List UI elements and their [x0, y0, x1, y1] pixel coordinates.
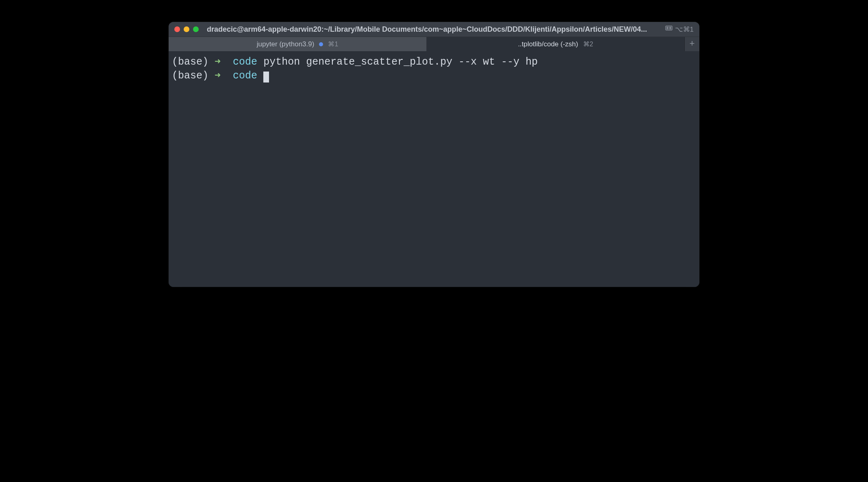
prompt-arrow-icon: ➜: [215, 70, 221, 82]
tab-shortcut: ⌘2: [583, 40, 593, 48]
prompt-arrow-icon: ➜: [215, 56, 221, 68]
titlebar-right: ⌥⌘1: [665, 25, 694, 34]
prompt-env: (base): [172, 56, 208, 68]
tab-jupyter[interactable]: jupyter (python3.9) ⌘1: [169, 37, 427, 51]
tab-code-zsh[interactable]: ..tplotlib/code (-zsh) ⌘2: [427, 37, 685, 51]
terminal-body[interactable]: (base) ➜ code python generate_scatter_pl…: [169, 51, 699, 287]
window-title: dradecic@arm64-apple-darwin20:~/Library/…: [207, 25, 661, 34]
tab-activity-indicator-icon: [319, 42, 323, 46]
plus-icon: +: [689, 39, 694, 49]
traffic-lights: [174, 26, 199, 32]
prompt-env: (base): [172, 70, 208, 82]
cursor: [263, 72, 269, 83]
terminal-line: (base) ➜ code: [172, 69, 696, 83]
svg-rect-0: [666, 26, 672, 30]
broadcast-input-icon[interactable]: [665, 26, 673, 34]
tab-shortcut: ⌘1: [328, 40, 338, 48]
prompt-dir: code: [233, 70, 257, 82]
command-text: python generate_scatter_plot.py --x wt -…: [263, 56, 538, 68]
svg-rect-2: [669, 27, 671, 28]
close-button[interactable]: [174, 26, 180, 32]
titlebar: dradecic@arm64-apple-darwin20:~/Library/…: [169, 22, 699, 37]
tabbar: jupyter (python3.9) ⌘1 ..tplotlib/code (…: [169, 37, 699, 51]
terminal-line: (base) ➜ code python generate_scatter_pl…: [172, 55, 696, 69]
svg-rect-3: [666, 28, 668, 30]
terminal-window: dradecic@arm64-apple-darwin20:~/Library/…: [169, 22, 699, 287]
prompt-dir: code: [233, 56, 257, 68]
svg-rect-4: [669, 28, 671, 30]
add-tab-button[interactable]: +: [685, 37, 699, 51]
tab-label: jupyter (python3.9): [257, 40, 315, 48]
tab-label: ..tplotlib/code (-zsh): [518, 40, 578, 48]
maximize-button[interactable]: [193, 26, 199, 32]
svg-rect-1: [666, 27, 668, 28]
minimize-button[interactable]: [184, 26, 189, 32]
broadcast-shortcut-label: ⌥⌘1: [675, 25, 694, 34]
